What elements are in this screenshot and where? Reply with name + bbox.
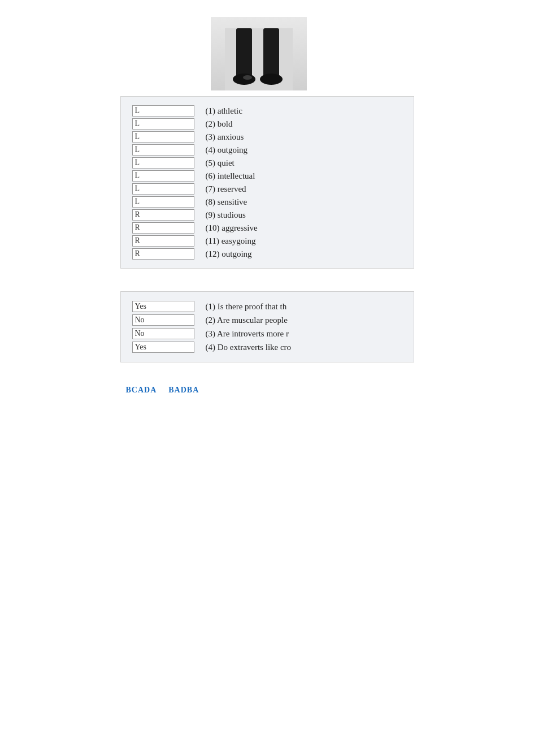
trait-label-2: (2) bold <box>206 119 233 129</box>
trait-row: (3) anxious <box>132 131 402 142</box>
svg-point-3 <box>233 74 255 85</box>
trait-label-11: (11) easygoing <box>206 236 256 246</box>
trait-label-10: (10) aggressive <box>206 223 258 233</box>
trait-input-5[interactable] <box>132 157 194 169</box>
qa-input-3[interactable] <box>132 328 194 339</box>
answer-key-part1: BCADA <box>126 386 157 394</box>
qa-input-4[interactable] <box>132 342 194 353</box>
qa-input-2[interactable] <box>132 314 194 326</box>
legs-icon <box>225 28 293 90</box>
trait-input-6[interactable] <box>132 170 194 182</box>
trait-input-1[interactable] <box>132 105 194 116</box>
trait-label-1: (1) athletic <box>206 106 242 116</box>
trait-input-10[interactable] <box>132 222 194 234</box>
svg-rect-2 <box>263 28 279 76</box>
trait-input-7[interactable] <box>132 183 194 195</box>
trait-input-8[interactable] <box>132 196 194 208</box>
trait-input-2[interactable] <box>132 118 194 129</box>
trait-row: (8) sensitive <box>132 196 402 208</box>
qa-row: (1) Is there proof that th <box>132 301 402 312</box>
qa-label-3: (3) Are introverts more r <box>206 329 289 339</box>
qa-label-2: (2) Are muscular people <box>206 316 288 325</box>
traits-table-section: (1) athletic(2) bold(3) anxious(4) outgo… <box>120 96 414 269</box>
trait-label-8: (8) sensitive <box>206 197 248 207</box>
answer-key-separator <box>159 386 167 394</box>
trait-label-6: (6) intellectual <box>206 171 255 181</box>
svg-rect-1 <box>236 28 252 76</box>
photo-box <box>211 17 307 90</box>
trait-label-5: (5) quiet <box>206 158 235 168</box>
trait-input-9[interactable] <box>132 209 194 221</box>
trait-row: (4) outgoing <box>132 144 402 155</box>
trait-row: (11) easygoing <box>132 235 402 247</box>
qa-row: (3) Are introverts more r <box>132 328 402 339</box>
trait-row: (5) quiet <box>132 157 402 169</box>
svg-point-4 <box>260 74 283 85</box>
trait-row: (7) reserved <box>132 183 402 195</box>
trait-input-3[interactable] <box>132 131 194 142</box>
qa-table-section: (1) Is there proof that th(2) Are muscul… <box>120 291 414 362</box>
trait-label-7: (7) reserved <box>206 184 246 194</box>
trait-label-4: (4) outgoing <box>206 145 248 155</box>
trait-label-3: (3) anxious <box>206 132 244 142</box>
answer-section: BCADA BADBA <box>120 385 414 395</box>
trait-row: (12) outgoing <box>132 248 402 260</box>
trait-row: (9) studious <box>132 209 402 221</box>
trait-row: (10) aggressive <box>132 222 402 234</box>
qa-input-1[interactable] <box>132 301 194 312</box>
qa-row: (4) Do extraverts like cro <box>132 342 402 353</box>
qa-label-1: (1) Is there proof that th <box>206 302 287 312</box>
qa-row: (2) Are muscular people <box>132 314 402 326</box>
trait-row: (1) athletic <box>132 105 402 116</box>
answer-key-part2: BADBA <box>168 386 199 394</box>
image-section <box>120 17 414 90</box>
qa-label-4: (4) Do extraverts like cro <box>206 343 292 352</box>
svg-point-5 <box>243 75 252 80</box>
trait-label-12: (12) outgoing <box>206 249 252 259</box>
trait-row: (2) bold <box>132 118 402 129</box>
trait-label-9: (9) studious <box>206 210 246 220</box>
page-container: (1) athletic(2) bold(3) anxious(4) outgo… <box>0 0 534 756</box>
trait-input-11[interactable] <box>132 235 194 247</box>
trait-input-4[interactable] <box>132 144 194 155</box>
trait-input-12[interactable] <box>132 248 194 260</box>
trait-row: (6) intellectual <box>132 170 402 182</box>
